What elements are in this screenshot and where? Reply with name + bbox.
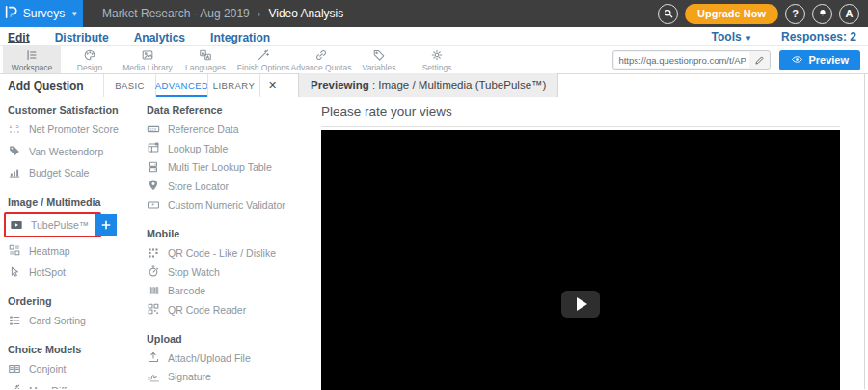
variables-icon: [372, 48, 386, 62]
svg-text:123: 123: [149, 126, 157, 131]
menu-item-edit[interactable]: Edit: [8, 31, 30, 44]
toolbar-item-media-library[interactable]: Media Library: [119, 46, 176, 73]
add-question-header: Add Question BASICADVANCEDLIBRARY ✕: [0, 74, 285, 98]
toolbar-item-finish-options[interactable]: Finish Options: [234, 46, 292, 73]
section-heading-image-multimedia: Image / Multimedia: [8, 196, 143, 208]
main-area: Add Question BASICADVANCEDLIBRARY ✕ Cust…: [0, 74, 868, 389]
search-button[interactable]: [658, 4, 678, 24]
menu-items: EditDistributeAnalyticsIntegration: [8, 28, 295, 45]
close-icon: ✕: [268, 79, 277, 92]
tools-menu[interactable]: Tools ▼: [712, 30, 752, 43]
conjoint-icon: [8, 362, 22, 376]
surveys-product-menu[interactable]: Surveys ▼: [0, 0, 83, 27]
upload-file-icon: [147, 350, 161, 365]
toolbar-item-design[interactable]: Design: [61, 46, 119, 73]
question-type-tubepulse[interactable]: TubePulse™: [4, 212, 101, 237]
question-type-stop-watch[interactable]: Stop Watch: [147, 264, 285, 281]
question-type-custom-numeric-validator[interactable]: *Custom Numeric Validator: [147, 196, 285, 213]
breadcrumb: Market Research - Aug 2019 › Video Analy…: [102, 7, 343, 20]
section-heading-choice-models: Choice Models: [8, 344, 143, 355]
question-type-hotspot[interactable]: HotSpot: [8, 264, 143, 281]
toolbar-item-settings[interactable]: Settings: [408, 46, 466, 73]
edit-url-pencil-icon[interactable]: [754, 55, 765, 66]
question-type-qr-code-like-dislike[interactable]: QR Code - Like / Dislike: [147, 244, 285, 262]
finish-options-icon: [257, 48, 270, 62]
svg-text:5: 5: [16, 124, 19, 129]
qr-like-icon: [147, 246, 161, 261]
question-type-budget-scale[interactable]: Budget Scale: [8, 164, 143, 181]
question-type-net-promoter-score[interactable]: 15Net Promoter Score: [8, 121, 143, 138]
responses-link[interactable]: Responses: 2: [781, 30, 856, 43]
preview-button[interactable]: Preview: [779, 50, 860, 70]
tag-icon: [8, 144, 22, 158]
tab-basic[interactable]: BASIC: [103, 74, 155, 97]
chevron-down-icon: ▼: [70, 10, 78, 18]
settings-icon: [430, 48, 444, 62]
upgrade-now-button[interactable]: Upgrade Now: [685, 4, 778, 24]
add-question-button[interactable]: [95, 214, 117, 236]
topbar-actions: Upgrade Now ? A: [658, 4, 868, 24]
question-type-max-diff[interactable]: Max-Diff: [8, 382, 143, 390]
toolbar-item-languages[interactable]: Languages: [176, 46, 234, 73]
question-type-barcode[interactable]: Barcode: [147, 282, 285, 299]
menu-bar: EditDistributeAnalyticsIntegration Tools…: [0, 27, 868, 46]
question-type-qr-code-reader[interactable]: QR Code Reader: [147, 301, 285, 319]
question-type-conjoint[interactable]: Conjoint: [8, 360, 143, 377]
question-type-signature[interactable]: xSignature: [147, 368, 285, 385]
close-panel-button[interactable]: ✕: [259, 74, 285, 97]
question-type-attach-upload-file[interactable]: Attach/Upload File: [147, 349, 285, 367]
panel-title: Add Question: [0, 74, 103, 97]
plus-icon: [99, 218, 113, 232]
menu-item-integration[interactable]: Integration: [210, 31, 270, 44]
breadcrumb-page-name: Video Analysis: [268, 7, 343, 20]
qr-reader-icon: [147, 302, 161, 317]
menubar-right: Tools ▼ Responses: 2: [712, 30, 856, 43]
preview-panel: Previewing : Image / Multimedia (TubePul…: [285, 74, 868, 389]
menu-item-distribute[interactable]: Distribute: [55, 31, 109, 44]
section-heading-upload: Upload: [147, 333, 285, 345]
hotspot-icon: [8, 265, 22, 280]
panel-tabs: BASICADVANCEDLIBRARY: [103, 74, 259, 97]
reference-data-icon: 123: [147, 123, 161, 137]
survey-url-input[interactable]: [614, 52, 749, 68]
question-type-store-locator[interactable]: Store Locator: [147, 178, 285, 195]
question-type-van-westendorp[interactable]: Van Westendorp: [8, 143, 143, 160]
notifications-button[interactable]: [812, 4, 832, 24]
video-player[interactable]: [321, 130, 840, 390]
svg-text:x: x: [148, 375, 150, 380]
toolbar-items: WorkspaceDesignMedia LibraryLanguagesFin…: [3, 46, 466, 73]
workspace-icon: [25, 48, 39, 62]
toolbar-item-advance-quotas[interactable]: Advance Quotas: [292, 46, 350, 73]
section-heading-customer-satisfaction: Customer Satisfaction: [8, 104, 143, 116]
question-title: Please rate your views: [321, 104, 868, 119]
section-heading-mobile: Mobile: [147, 228, 285, 239]
video-icon: [10, 218, 24, 233]
svg-text:1: 1: [9, 124, 12, 129]
previewing-tab: Previewing : Image / Multimedia (TubePul…: [298, 73, 558, 98]
menu-item-analytics[interactable]: Analytics: [134, 31, 185, 44]
languages-icon: [199, 48, 212, 62]
max-diff-icon: [8, 383, 22, 389]
question-type-heatmap[interactable]: Heatmap: [8, 242, 143, 260]
question-column-2: Data Reference123Reference DataLookup Ta…: [143, 98, 285, 389]
question-type-lookup-table[interactable]: Lookup Table: [147, 140, 285, 157]
tab-library[interactable]: LIBRARY: [207, 74, 259, 97]
section-heading-data-reference: Data Reference: [147, 104, 285, 116]
workspace-toolbar: WorkspaceDesignMedia LibraryLanguagesFin…: [0, 46, 868, 74]
tab-advanced[interactable]: ADVANCED: [155, 74, 207, 97]
question-type-card-sorting[interactable]: Card Sorting: [8, 312, 143, 329]
toolbar-item-variables[interactable]: Variables: [350, 46, 408, 73]
account-avatar[interactable]: A: [839, 4, 859, 24]
search-icon: [663, 8, 674, 19]
signature-icon: x: [147, 370, 161, 384]
budget-scale-icon: [8, 166, 22, 181]
play-icon: [577, 297, 587, 311]
help-button[interactable]: ?: [785, 4, 805, 24]
play-button[interactable]: [561, 291, 600, 318]
toolbar-item-workspace[interactable]: Workspace: [3, 46, 61, 73]
question-type-multi-tier-lookup-table[interactable]: Multi Tier Lookup Table: [147, 158, 285, 176]
question-column-1: Customer Satisfaction15Net Promoter Scor…: [8, 98, 143, 389]
breadcrumb-survey-name[interactable]: Market Research - Aug 2019: [102, 7, 250, 20]
question-type-reference-data[interactable]: 123Reference Data: [147, 121, 285, 138]
heatmap-icon: [8, 243, 22, 258]
